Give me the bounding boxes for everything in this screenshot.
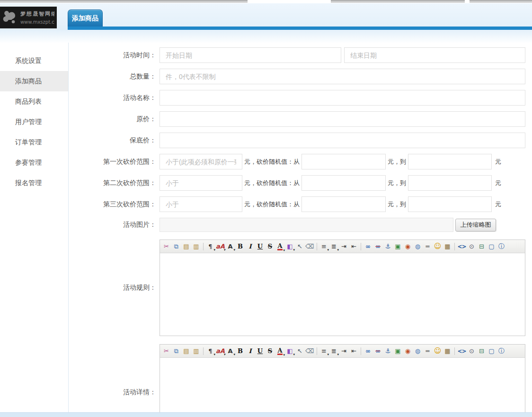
cut-icon[interactable]: ✂: [161, 346, 171, 356]
eraser-icon[interactable]: ⌫: [305, 241, 315, 252]
sidebar-item-5[interactable]: 订单管理: [0, 132, 68, 152]
about-icon[interactable]: ⓘ: [497, 241, 506, 252]
unlink-icon[interactable]: ∞: [373, 241, 383, 252]
original-price-input[interactable]: [160, 111, 525, 127]
strikethrough-icon[interactable]: S: [265, 346, 275, 356]
code-icon[interactable]: <>: [457, 241, 467, 252]
rules-editor-body[interactable]: [160, 253, 525, 336]
link-icon[interactable]: ∞: [363, 241, 373, 252]
upload-thumbnail-button[interactable]: 上传缩略图: [455, 219, 496, 231]
bargain-random-to-input[interactable]: [408, 154, 492, 169]
anchor-icon[interactable]: ⚓: [383, 346, 393, 356]
print-icon[interactable]: ⊟: [477, 346, 487, 356]
total-quantity-input[interactable]: [160, 69, 525, 84]
indent-icon[interactable]: ⇥: [339, 241, 349, 252]
about-icon[interactable]: ⓘ: [497, 346, 506, 356]
underline-icon[interactable]: U: [255, 241, 265, 252]
bargain-range-input[interactable]: [160, 175, 242, 191]
font-size-icon[interactable]: A▾: [225, 241, 235, 252]
bargain-random-from-input[interactable]: [301, 196, 386, 212]
copy-icon[interactable]: ⧉: [171, 346, 181, 356]
paste-icon[interactable]: ▤: [181, 241, 191, 252]
sidebar-item-label: 用户管理: [15, 118, 42, 125]
table-icon[interactable]: ▦: [443, 241, 452, 252]
paste-text-icon[interactable]: ▥: [191, 241, 201, 252]
form-row-total-quantity: 总数量：: [69, 69, 532, 84]
sidebar-item-6[interactable]: 参赛管理: [0, 152, 68, 173]
unlink-icon[interactable]: ∞: [373, 346, 383, 356]
italic-icon[interactable]: I: [245, 241, 255, 252]
fullscreen-icon[interactable]: ▢: [487, 346, 497, 356]
italic-icon[interactable]: I: [245, 346, 255, 356]
font-size-icon[interactable]: A▾: [225, 346, 235, 356]
copy-icon[interactable]: ⧉: [171, 241, 181, 252]
paragraph-format-icon[interactable]: ¶▾: [205, 241, 215, 252]
list-icon[interactable]: ≣▾: [329, 346, 339, 356]
sidebar-item-label: 添加商品: [15, 77, 42, 85]
bold-icon[interactable]: B: [235, 346, 245, 356]
end-date-input[interactable]: [344, 47, 525, 63]
paste-text-icon[interactable]: ▥: [191, 346, 201, 356]
bargain-random-from-input[interactable]: [301, 175, 386, 191]
underline-icon[interactable]: U: [255, 346, 265, 356]
start-date-input[interactable]: [160, 47, 341, 63]
tab-add-product[interactable]: 添加商品: [68, 9, 103, 27]
bargain-random-to-input[interactable]: [408, 196, 492, 212]
emoticon-icon[interactable]: ☺: [433, 241, 443, 252]
indent-icon[interactable]: ⇥: [339, 346, 349, 356]
cut-icon[interactable]: ✂: [161, 241, 171, 252]
paste-icon[interactable]: ▤: [181, 346, 191, 356]
emoticon-icon[interactable]: ☺: [433, 346, 443, 356]
media-icon[interactable]: ◍: [413, 241, 423, 252]
anchor-icon[interactable]: ⚓: [383, 241, 393, 252]
details-editor: ✂⧉▤▥¶▾aA▾A▾BIUSA▾◧▾↖⌫≡▾≣▾⇥⇤∞∞⚓▣◉◍═☺▦<>⊙⊟…: [160, 344, 525, 412]
fullscreen-icon[interactable]: ▢: [487, 241, 497, 252]
font-color-icon[interactable]: A▾: [275, 346, 285, 356]
sidebar-item-1[interactable]: 系统设置: [0, 51, 68, 71]
media-icon[interactable]: ◍: [413, 346, 423, 356]
font-name-icon[interactable]: aA▾: [215, 346, 225, 356]
details-editor-body[interactable]: [160, 358, 525, 412]
font-name-icon[interactable]: aA▾: [215, 241, 225, 252]
logo[interactable]: 梦想晟智网络 www.mxszpt.com: [0, 7, 57, 28]
activity-image-input[interactable]: [160, 218, 453, 232]
highlight-color-icon[interactable]: ◧▾: [285, 346, 295, 356]
bargain-random-to-input[interactable]: [408, 175, 492, 191]
outdent-icon[interactable]: ⇤: [349, 241, 359, 252]
bargain-random-to-label: 元，到: [388, 179, 406, 187]
preview-icon[interactable]: ⊙: [467, 241, 477, 252]
outdent-icon[interactable]: ⇤: [349, 346, 359, 356]
list-icon[interactable]: ≣▾: [329, 241, 339, 252]
strikethrough-icon[interactable]: S: [265, 241, 275, 252]
bargain-range-input[interactable]: [160, 196, 242, 212]
sidebar-item-2[interactable]: 添加商品: [0, 71, 68, 91]
horizontal-rule-icon[interactable]: ═: [423, 241, 433, 252]
align-icon[interactable]: ≡▾: [319, 346, 329, 356]
activity-name-input[interactable]: [160, 90, 525, 106]
highlight-color-icon[interactable]: ◧▾: [285, 241, 295, 252]
flash-icon[interactable]: ◉: [403, 346, 413, 356]
floor-price-input[interactable]: [160, 133, 525, 148]
sidebar-item-7[interactable]: 报名管理: [0, 173, 68, 193]
align-icon[interactable]: ≡▾: [319, 241, 329, 252]
horizontal-rule-icon[interactable]: ═: [423, 346, 433, 356]
paragraph-format-icon[interactable]: ¶▾: [205, 346, 215, 356]
preview-icon[interactable]: ⊙: [467, 346, 477, 356]
sidebar-item-3[interactable]: 商品列表: [0, 91, 68, 112]
select-arrow-icon[interactable]: ↖: [295, 346, 305, 356]
flash-icon[interactable]: ◉: [403, 241, 413, 252]
eraser-icon[interactable]: ⌫: [305, 346, 315, 356]
sidebar-item-4[interactable]: 用户管理: [0, 112, 68, 132]
select-arrow-icon[interactable]: ↖: [295, 241, 305, 252]
table-icon[interactable]: ▦: [443, 346, 452, 356]
bold-icon[interactable]: B: [235, 241, 245, 252]
form-row-activity-time: 活动时间：: [69, 47, 532, 63]
bargain-range-input[interactable]: [160, 154, 242, 169]
image-icon[interactable]: ▣: [393, 241, 403, 252]
code-icon[interactable]: <>: [457, 346, 467, 356]
link-icon[interactable]: ∞: [363, 346, 373, 356]
image-icon[interactable]: ▣: [393, 346, 403, 356]
bargain-random-from-input[interactable]: [301, 154, 386, 169]
font-color-icon[interactable]: A▾: [275, 241, 285, 252]
print-icon[interactable]: ⊟: [477, 241, 487, 252]
